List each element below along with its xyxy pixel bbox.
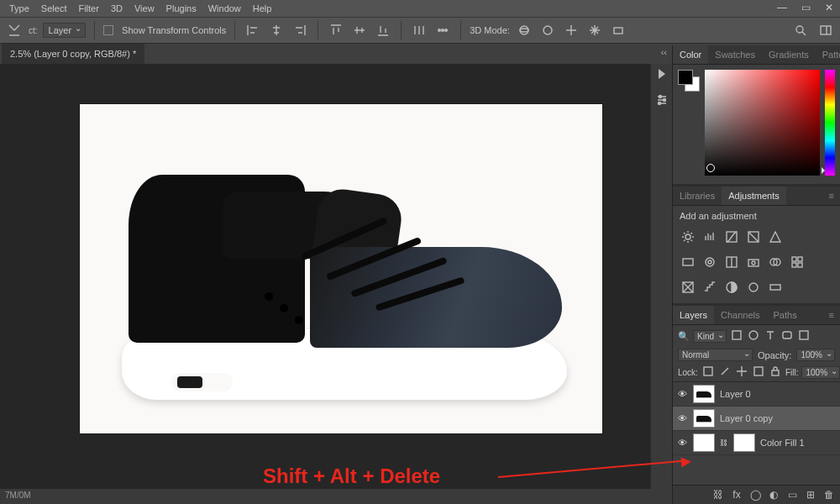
collapse-panels-icon[interactable]: ‹‹ xyxy=(661,47,667,57)
lock-paint-icon[interactable] xyxy=(718,365,732,380)
lock-all-icon[interactable] xyxy=(769,365,782,380)
adj-selectivecolor-icon[interactable] xyxy=(745,280,762,295)
adj-curves-icon[interactable] xyxy=(723,229,740,244)
close-button[interactable]: ✕ xyxy=(823,2,835,13)
menu-view[interactable]: View xyxy=(129,3,160,13)
adj-colorlookup-icon[interactable] xyxy=(789,255,806,270)
filter-type-icon[interactable] xyxy=(764,328,777,344)
3d-scale-icon[interactable] xyxy=(609,21,627,39)
align-center-h-icon[interactable] xyxy=(267,21,286,39)
tab-color[interactable]: Color xyxy=(673,45,708,64)
filter-pixel-icon[interactable] xyxy=(730,328,743,344)
canvas-area[interactable] xyxy=(0,64,672,504)
maximize-button[interactable]: ▭ xyxy=(800,2,811,13)
visibility-toggle-icon[interactable]: 👁 xyxy=(676,413,688,423)
filter-adjust-icon[interactable] xyxy=(747,328,760,344)
layer-item[interactable]: 👁 Layer 0 copy xyxy=(673,407,840,431)
adj-colorbalance-icon[interactable] xyxy=(701,255,718,270)
layer-name[interactable]: Color Fill 1 xyxy=(760,438,805,448)
tab-libraries[interactable]: Libraries xyxy=(673,186,722,205)
layer-item[interactable]: 👁 Layer 0 xyxy=(673,382,840,407)
align-bottom-icon[interactable] xyxy=(374,21,392,39)
adj-exposure-icon[interactable] xyxy=(745,229,762,244)
adj-invert-icon[interactable] xyxy=(680,280,696,295)
add-mask-icon[interactable]: ◯ xyxy=(749,489,761,501)
3d-pan-icon[interactable] xyxy=(562,21,580,39)
adjust-sliders-icon[interactable] xyxy=(653,91,671,109)
adj-levels-icon[interactable] xyxy=(701,229,718,244)
color-field[interactable] xyxy=(705,70,820,176)
layer-thumbnail[interactable] xyxy=(693,385,715,403)
layers-panel-menu-icon[interactable]: ≡ xyxy=(824,306,840,324)
align-right-icon[interactable] xyxy=(291,21,309,39)
layer-name[interactable]: Layer 0 xyxy=(720,389,751,399)
minimize-button[interactable]: — xyxy=(776,2,788,13)
lock-transparency-icon[interactable] xyxy=(701,365,715,380)
opacity-value[interactable]: 100% xyxy=(796,349,835,361)
document-canvas[interactable] xyxy=(80,104,602,433)
menu-select[interactable]: Select xyxy=(35,3,73,13)
menu-type[interactable]: Type xyxy=(3,3,35,13)
menu-filter[interactable]: Filter xyxy=(72,3,104,13)
link-icon[interactable]: ⛓ xyxy=(720,438,728,447)
delete-layer-icon[interactable]: 🗑 xyxy=(823,489,835,501)
tool-preset-icon[interactable] xyxy=(5,21,24,39)
3d-orbit-icon[interactable] xyxy=(515,21,533,39)
hue-slider[interactable] xyxy=(825,70,835,176)
3d-slide-icon[interactable] xyxy=(585,21,604,39)
search-icon[interactable] xyxy=(791,21,810,39)
play-action-icon[interactable] xyxy=(659,69,665,79)
align-top-icon[interactable] xyxy=(327,21,345,39)
adj-photofilter-icon[interactable] xyxy=(745,255,762,270)
layer-thumbnail[interactable] xyxy=(693,433,715,452)
layer-mask-thumbnail[interactable] xyxy=(733,433,755,452)
menu-3d[interactable]: 3D xyxy=(105,3,129,13)
blend-mode-select[interactable]: Normal xyxy=(678,349,753,361)
adj-channelmixer-icon[interactable] xyxy=(767,255,784,270)
distribute-h-icon[interactable] xyxy=(410,21,428,39)
adj-brightness-icon[interactable] xyxy=(680,229,696,244)
layer-thumbnail[interactable] xyxy=(693,409,715,428)
tab-adjustments[interactable]: Adjustments xyxy=(722,186,786,205)
align-left-icon[interactable] xyxy=(244,21,262,39)
tab-layers[interactable]: Layers xyxy=(673,306,714,324)
fg-bg-swatch[interactable] xyxy=(678,70,700,92)
tab-swatches[interactable]: Swatches xyxy=(708,45,762,64)
layer-target-select[interactable]: Layer xyxy=(43,23,87,38)
tab-patterns[interactable]: Patterns xyxy=(816,45,840,64)
adj-hue-icon[interactable] xyxy=(680,255,696,270)
more-align-icon[interactable] xyxy=(433,21,452,39)
new-fill-adj-icon[interactable]: ◐ xyxy=(768,489,780,501)
tab-paths[interactable]: Paths xyxy=(767,306,804,324)
filter-kind-select[interactable]: Kind xyxy=(693,330,727,343)
menu-window[interactable]: Window xyxy=(202,3,247,13)
visibility-toggle-icon[interactable]: 👁 xyxy=(676,389,688,399)
layer-fx-icon[interactable]: fx xyxy=(731,489,743,501)
menu-help[interactable]: Help xyxy=(247,3,278,13)
filter-smart-icon[interactable] xyxy=(797,328,811,344)
lock-artboard-icon[interactable] xyxy=(752,365,765,380)
new-group-icon[interactable]: ▭ xyxy=(786,489,798,501)
fill-value[interactable]: 100% xyxy=(801,366,840,379)
document-tab[interactable]: 2.5% (Layer 0 copy, RGB/8#) * xyxy=(2,44,144,64)
adj-gradientmap-icon[interactable] xyxy=(767,280,784,295)
filter-shape-icon[interactable] xyxy=(780,328,794,344)
visibility-toggle-icon[interactable]: 👁 xyxy=(676,438,688,448)
link-layers-icon[interactable]: ⛓ xyxy=(712,489,724,501)
layer-name[interactable]: Layer 0 copy xyxy=(720,413,773,423)
adj-vibrance-icon[interactable] xyxy=(767,229,784,244)
show-transform-checkbox[interactable] xyxy=(103,25,113,35)
tab-gradients[interactable]: Gradients xyxy=(762,45,816,64)
adj-posterize-icon[interactable] xyxy=(701,280,718,295)
new-layer-icon[interactable]: ⊞ xyxy=(805,489,816,501)
adj-threshold-icon[interactable] xyxy=(723,280,740,295)
align-middle-v-icon[interactable] xyxy=(350,21,369,39)
lock-position-icon[interactable] xyxy=(735,365,748,380)
adjustments-panel-menu-icon[interactable]: ≡ xyxy=(824,186,840,205)
workspace-switcher-icon[interactable] xyxy=(816,21,835,39)
adj-bw-icon[interactable] xyxy=(723,255,740,270)
layer-item[interactable]: 👁 ⛓ Color Fill 1 xyxy=(673,431,840,455)
3d-rotate-icon[interactable] xyxy=(538,21,557,39)
menu-plugins[interactable]: Plugins xyxy=(160,3,202,13)
tab-channels[interactable]: Channels xyxy=(714,306,766,324)
